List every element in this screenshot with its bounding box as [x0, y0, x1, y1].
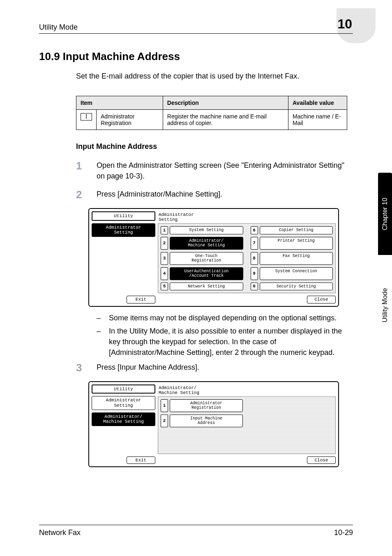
lcd-menu-number: 5 — [161, 283, 168, 291]
lcd-side-item[interactable]: Administrator/ Machine Setting — [92, 412, 155, 426]
side-tab: Chapter 10 Utility Mode — [378, 173, 392, 354]
step-text: Open the Administrator Setting screen (S… — [97, 160, 353, 181]
lcd-menu-number: 6 — [251, 226, 258, 234]
step-text: Press [Administrator/Machine Setting]. — [97, 189, 353, 199]
note-text: In the Utility Mode, it is also possible… — [109, 326, 353, 358]
step-text: Press [Inpur Machine Address]. — [97, 362, 353, 373]
exit-button[interactable]: Exit — [127, 456, 155, 464]
lcd-menu-label: System Connection — [260, 267, 333, 280]
table-header-available: Available value — [288, 96, 347, 110]
lcd-menu-label: Administrator/ Machine Setting — [170, 237, 243, 250]
lcd-menu-item[interactable]: 8Fax Setting — [251, 252, 333, 265]
info-icon: I — [81, 113, 92, 120]
lcd-menu-item[interactable]: 6Copier Setting — [251, 226, 333, 234]
lcd-menu-label: One-Touch Registration — [170, 252, 243, 265]
lcd-menu-number: 1 — [161, 399, 168, 412]
step-number: 3 — [76, 362, 85, 374]
lcd-menu-item[interactable]: 0Security Setting — [251, 283, 333, 291]
lcd-title: Utility — [92, 385, 155, 394]
lcd-menu-number: 4 — [161, 267, 168, 280]
footer-right: 10-29 — [334, 528, 353, 537]
lcd-menu-number: 2 — [161, 415, 168, 427]
procedure-heading: Input Machine Address — [76, 142, 353, 151]
lcd-panel-title: Administrator Setting — [158, 211, 336, 223]
lcd-menu-grid: 1Administrator Registration2Input Machin… — [158, 396, 336, 454]
step-2: 2 Press [Administrator/Machine Setting]. — [76, 189, 353, 201]
lcd-menu-item[interactable]: 5Network Setting — [161, 283, 243, 291]
exit-button[interactable]: Exit — [127, 296, 155, 303]
lcd-menu-number: 8 — [251, 252, 258, 265]
lcd-menu-item[interactable]: 3One-Touch Registration — [161, 252, 243, 265]
note-text: Some items may not be displayed dependin… — [109, 313, 337, 323]
table-row-available: Machine name / E-Mail — [288, 110, 347, 130]
lcd-menu-label: Network Setting — [170, 283, 243, 291]
step-number: 1 — [76, 160, 85, 172]
lcd-menu-item[interactable]: 2Administrator/ Machine Setting — [161, 237, 243, 250]
step-number: 2 — [76, 189, 85, 201]
lcd-menu-number: 2 — [161, 237, 168, 250]
lcd-title: Utility — [92, 211, 155, 221]
note-item: – In the Utility Mode, it is also possib… — [97, 326, 353, 358]
section-intro: Set the E-mail address of the copier tha… — [76, 71, 353, 81]
close-button[interactable]: Close — [307, 296, 336, 303]
running-header-left: Utility Mode — [39, 23, 78, 32]
lcd-menu-number: 7 — [251, 237, 258, 250]
lcd-menu-label: Fax Setting — [260, 252, 333, 265]
section-heading: 10.9 Input Machine Address — [39, 50, 353, 63]
table-row-description: Register the machine name and E-mail add… — [163, 110, 288, 130]
lcd-menu-item[interactable]: 2Input Machine Address — [161, 415, 243, 427]
table-row: I Administrator Registration Register th… — [76, 110, 347, 130]
lcd-menu-item[interactable]: 1Administrator Registration — [161, 399, 243, 412]
lcd-menu-number: 9 — [251, 267, 258, 280]
table-row-icon-cell: I — [76, 110, 97, 130]
lcd-menu-number: 3 — [161, 252, 168, 265]
lcd-menu-number: 0 — [251, 283, 258, 291]
lcd-menu-label: UserAuthentication /Account Track — [170, 267, 243, 280]
lcd-menu-number: 1 — [161, 226, 168, 234]
lcd-menu-label: Security Setting — [260, 283, 333, 291]
page-footer: Network Fax 10-29 — [39, 525, 353, 537]
side-tab-chapter: Chapter 10 — [378, 173, 392, 255]
table-header-description: Description — [163, 96, 288, 110]
lcd-menu-item[interactable]: 4UserAuthentication /Account Track — [161, 267, 243, 280]
side-tab-section: Utility Mode — [378, 257, 392, 354]
lcd-menu-label: Copier Setting — [260, 226, 333, 234]
lcd-panel-title: Administrator/ Machine Setting — [158, 385, 336, 396]
lcd-side-item[interactable]: Administrator Setting — [92, 396, 155, 410]
lcd-side-item[interactable]: Administrator Setting — [92, 223, 155, 237]
screenshot-admin-setting: Utility Administrator Setting Exit Admin… — [88, 208, 339, 307]
note-list: – Some items may not be displayed depend… — [97, 313, 353, 358]
lcd-menu-item[interactable]: 1System Setting — [161, 226, 243, 234]
chapter-number: 10 — [337, 16, 353, 32]
lcd-menu-label: System Setting — [170, 226, 243, 234]
lcd-menu-item[interactable]: 7Printer Setting — [251, 237, 333, 250]
lcd-menu-label: Administrator Registration — [170, 399, 243, 412]
lcd-menu-item[interactable]: 9System Connection — [251, 267, 333, 280]
parameter-table: Item Description Available value I Admin… — [76, 96, 347, 130]
lcd-menu-label: Input Machine Address — [170, 415, 243, 427]
step-1: 1 Open the Administrator Setting screen … — [76, 160, 353, 181]
note-item: – Some items may not be displayed depend… — [97, 313, 353, 323]
lcd-menu-label: Printer Setting — [260, 237, 333, 250]
screenshot-machine-setting: Utility Administrator SettingAdministrat… — [88, 381, 339, 468]
lcd-menu-grid: 1System Setting6Copier Setting2Administr… — [158, 223, 336, 293]
footer-left: Network Fax — [39, 528, 81, 537]
close-button[interactable]: Close — [307, 456, 336, 464]
step-3: 3 Press [Inpur Machine Address]. — [76, 362, 353, 374]
table-row-item: Administrator Registration — [97, 110, 163, 130]
table-header-item: Item — [76, 96, 163, 110]
